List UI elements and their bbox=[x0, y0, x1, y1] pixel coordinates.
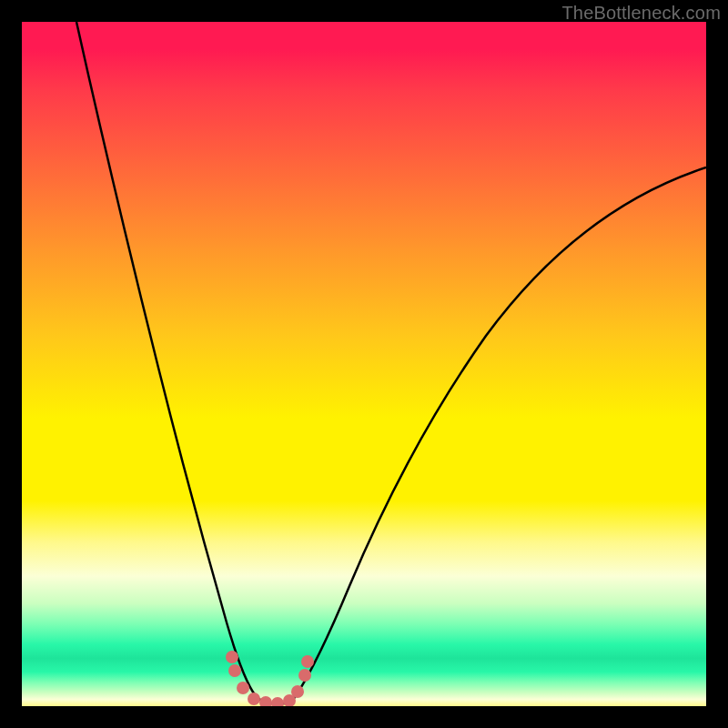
marker-dot bbox=[228, 664, 241, 677]
marker-dot bbox=[248, 693, 260, 705]
marker-dot bbox=[226, 651, 238, 663]
marker-dot bbox=[291, 685, 304, 698]
curve-right-branch bbox=[295, 167, 706, 697]
watermark-text: TheBottleneck.com bbox=[561, 3, 721, 24]
marker-dot bbox=[259, 696, 272, 706]
marker-dot bbox=[237, 682, 249, 694]
marker-dot bbox=[271, 697, 284, 706]
curve-left-branch bbox=[76, 22, 257, 697]
marker-dot bbox=[301, 655, 314, 668]
chart-svg bbox=[22, 22, 706, 706]
marker-dot bbox=[298, 669, 311, 682]
chart-plot-area bbox=[22, 22, 706, 706]
